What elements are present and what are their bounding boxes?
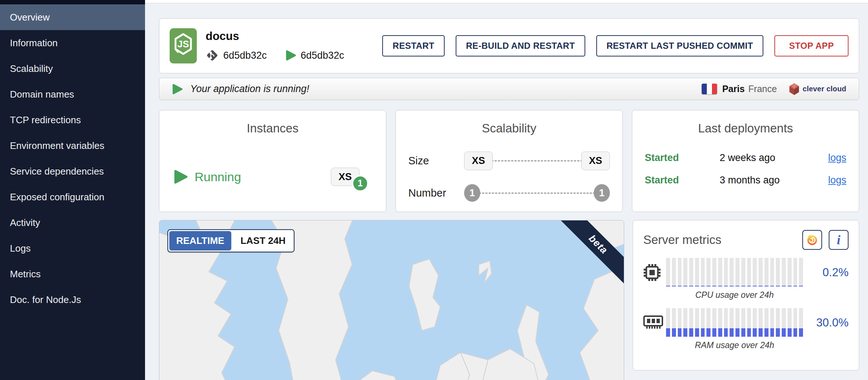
grafana-icon [805,233,819,247]
sidebar-item-information[interactable]: Information [0,30,145,56]
deployment-state: Started [645,152,708,164]
app-screen: OverviewInformationScalabilityDomain nam… [0,0,868,380]
ram-usage-bars [666,308,803,337]
sidebar-item-exposed-configuration[interactable]: Exposed configuration [0,184,145,210]
sidebar-item-doc-for-node-js[interactable]: Doc. for Node.Js [0,287,145,313]
usage-bar [782,308,786,337]
ram-chart: RAM usage over 24h [666,308,803,350]
usage-bar [706,308,710,337]
sidebar-item-scalability[interactable]: Scalability [0,56,145,81]
status-strip: Your application is running! Paris Franc… [159,78,859,100]
usage-bar [730,308,734,337]
scalability-size-row: Size XS XS [396,151,622,170]
git-commit-icon [206,49,219,62]
deployed-hash: 6d5db32c [301,50,344,61]
usage-bar [759,258,763,286]
usage-bar [788,308,792,337]
size-max-handle[interactable]: XS [581,151,610,170]
deployment-logs-link[interactable]: logs [828,175,846,186]
restart-last-pushed-commit-button[interactable]: RESTART LAST PUSHED COMMIT [596,35,763,56]
sidebar-item-metrics[interactable]: Metrics [0,261,145,287]
clever-cloud-logo-icon [789,83,800,95]
ram-caption: RAM usage over 24h [666,340,803,350]
usage-bar [666,308,670,337]
usage-bar [799,308,803,337]
number-label: Number [408,187,464,199]
cpu-caption: CPU usage over 24h [666,290,803,300]
deployed-play-icon [285,50,296,61]
sidebar-item-logs[interactable]: Logs [0,235,145,261]
grafana-button[interactable] [802,230,822,250]
sidebar-item-overview[interactable]: Overview [0,4,145,30]
usage-bar [730,258,734,286]
summary-cards-row: Instances Running XS 1 Scalability Size [159,110,859,212]
ram-icon [643,308,666,332]
metrics-actions: i [802,230,849,250]
usage-bar [770,308,774,337]
size-range-track [491,160,583,161]
deployment-state: Started [645,175,708,186]
sidebar-items: OverviewInformationScalabilityDomain nam… [0,4,145,313]
info-icon: i [837,233,840,246]
usage-bar [701,308,705,337]
usage-bar [683,258,687,286]
instance-count-badge: 1 [352,175,368,191]
sidebar-item-tcp-redirections[interactable]: TCP redirections [0,107,145,133]
sidebar-item-activity[interactable]: Activity [0,210,145,235]
usage-bar [735,308,739,337]
number-min-handle[interactable]: 1 [464,184,480,202]
usage-bar [683,308,687,337]
running-play-icon [172,83,183,95]
svg-text:JS: JS [177,39,189,50]
ram-value: 30.0% [809,308,849,329]
size-label: Size [408,155,464,167]
rebuild-and-restart-button[interactable]: RE-BUILD AND RESTART [456,35,585,56]
sidebar: OverviewInformationScalabilityDomain nam… [0,0,145,380]
usage-bar [689,308,693,337]
cpu-icon [643,258,666,283]
usage-bar [753,308,757,337]
zone-city: Paris [722,84,745,94]
server-metrics-card: Server metrics [633,220,859,370]
usage-bar [759,308,763,337]
size-min-handle[interactable]: XS [464,151,493,170]
scalability-title: Scalability [396,121,622,135]
usage-bar [666,258,670,286]
usage-bar [747,308,751,337]
deployment-rows: Started 2 weeks ago logs Started 3 month… [632,152,859,186]
restart-button[interactable]: RESTART [382,35,445,56]
zone-info: Paris France clever cloud [702,83,846,95]
tab-realtime[interactable]: REALTIME [169,231,231,251]
usage-bar [712,258,716,286]
cpu-metric-row: CPU usage over 24h 0.2% [643,258,849,300]
app-header-card: JS docus 6d5db32c 6d5db32c [159,18,859,73]
usage-bar [672,308,676,337]
commit-line: 6d5db32c 6d5db32c [206,49,344,62]
tab-last-24h[interactable]: LAST 24H [232,230,294,252]
last-deployments-card: Last deployments Started 2 weeks ago log… [632,110,859,212]
info-button[interactable]: i [829,230,849,250]
usage-bar [706,258,710,286]
usage-bar [712,308,716,337]
deployment-logs-link[interactable]: logs [828,152,846,164]
stop-app-button[interactable]: STOP APP [774,35,849,56]
usage-bar [741,258,745,286]
instances-content: Running XS 1 [159,169,386,184]
beta-ribbon-wrap: beta [560,220,624,285]
scalability-number-row: Number 1 1 [396,184,622,202]
main-area: JS docus 6d5db32c 6d5db32c [145,0,868,380]
number-range-track [479,193,595,194]
sidebar-item-domain-names[interactable]: Domain names [0,81,145,107]
brand-name: clever cloud [803,85,846,93]
usage-bar [764,258,768,286]
sidebar-item-service-dependencies[interactable]: Service dependencies [0,158,145,184]
nodejs-logo-icon: JS [170,28,197,63]
usage-bar [735,258,739,286]
number-max-handle[interactable]: 1 [594,184,610,202]
usage-bar [799,258,803,286]
sidebar-item-environment-variables[interactable]: Environment variables [0,133,145,158]
status-message: Your application is running! [190,83,309,95]
usage-bar [718,308,722,337]
instance-running-play-icon [173,169,188,184]
instances-title: Instances [159,121,386,135]
